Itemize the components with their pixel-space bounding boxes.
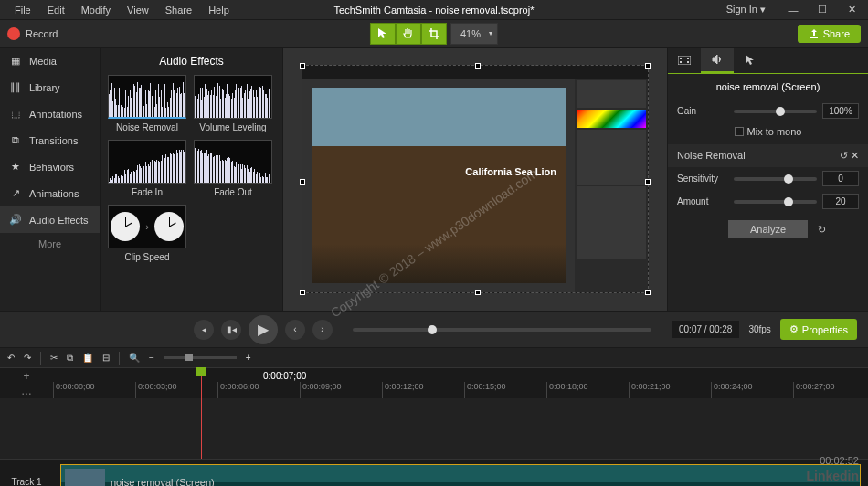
playhead[interactable] — [201, 367, 202, 459]
sidebar-item-label: Media — [29, 56, 57, 67]
remove-track-button[interactable]: … — [21, 385, 32, 397]
properties-button[interactable]: ⚙Properties — [780, 319, 857, 340]
undo-button[interactable]: ↶ — [7, 353, 15, 363]
sidebar-item-label: Audio Effects — [29, 215, 89, 226]
sidebar-item-media[interactable]: ▦Media — [0, 48, 100, 74]
props-tab-visual[interactable] — [668, 48, 701, 73]
clock-icon — [111, 212, 140, 241]
split-button[interactable]: ⊟ — [102, 353, 110, 363]
sidebar-item-label: Transitions — [29, 135, 78, 146]
annotations-icon: ⬚ — [9, 108, 22, 120]
clip-label: noise removal (Screen) — [111, 477, 215, 487]
effects-title: Audio Effects — [108, 55, 275, 68]
animations-icon: ↗ — [9, 187, 22, 199]
effects-panel: Audio Effects Noise Removal Volume Level… — [101, 48, 283, 311]
minimize-button[interactable]: — — [784, 5, 802, 16]
sidebar-item-annotations[interactable]: ⬚Annotations — [0, 100, 100, 127]
zoom-in-button[interactable]: + — [246, 353, 251, 363]
cut-button[interactable]: ✂ — [50, 353, 58, 363]
zoom-slider[interactable] — [164, 356, 237, 359]
zoom-select[interactable]: 41% — [450, 23, 498, 45]
effect-clip-speed[interactable]: › Clip Speed — [108, 205, 186, 262]
next-clip-button[interactable]: › — [312, 320, 333, 340]
paste-button[interactable]: 📋 — [82, 353, 93, 363]
play-button[interactable]: ▶ — [249, 315, 278, 344]
effect-fade-in[interactable]: Fade In — [108, 140, 186, 197]
gain-label: Gain — [677, 106, 728, 116]
speaker-icon — [712, 54, 723, 65]
canvas[interactable]: California Sea Lion Copyright © 2018 – w… — [283, 48, 667, 311]
sidebar-item-label: Annotations — [29, 109, 82, 120]
effect-label: Clip Speed — [108, 252, 186, 262]
analyze-button[interactable]: Analyze ↻ — [728, 220, 808, 238]
menu-share[interactable]: Share — [158, 3, 199, 17]
mix-mono-label: Mix to mono — [747, 126, 802, 137]
pan-tool[interactable] — [396, 23, 421, 45]
menu-file[interactable]: File — [7, 3, 38, 17]
effect-fade-out[interactable]: Fade Out — [194, 140, 272, 197]
sidebar-more[interactable]: More — [0, 233, 100, 255]
behaviors-icon: ★ — [9, 161, 22, 173]
pointer-tool[interactable] — [370, 23, 396, 45]
track-label[interactable]: Track 1 — [0, 477, 53, 486]
menu-view[interactable]: View — [120, 3, 156, 17]
canvas-media[interactable]: California Sea Lion — [302, 65, 649, 293]
refresh-icon[interactable]: ↻ — [818, 224, 826, 236]
sidebar-item-animations[interactable]: ↗Animations — [0, 180, 100, 206]
amount-value[interactable]: 20 — [822, 194, 859, 209]
menu-modify[interactable]: Modify — [74, 3, 118, 17]
props-tab-audio[interactable] — [701, 48, 734, 73]
menu-help[interactable]: Help — [201, 3, 237, 17]
zoom-fit-button[interactable]: 🔍 — [129, 353, 140, 363]
sidebar-item-label: Behaviors — [29, 162, 74, 173]
effect-noise-removal[interactable]: Noise Removal — [108, 75, 186, 132]
copy-button[interactable]: ⧉ — [67, 353, 73, 364]
upload-icon — [809, 28, 820, 39]
svg-rect-0 — [678, 56, 691, 65]
redo-button[interactable]: ↷ — [24, 353, 31, 363]
effect-volume-leveling[interactable]: Volume Leveling — [194, 75, 272, 132]
scrubber[interactable] — [353, 328, 651, 332]
props-tab-cursor[interactable] — [734, 48, 767, 73]
clock-icon — [154, 212, 184, 241]
share-button[interactable]: Share — [798, 25, 861, 43]
amount-label: Amount — [677, 196, 728, 206]
timeline-body — [0, 398, 868, 459]
sidebar-item-audio-effects[interactable]: 🔊Audio Effects — [0, 206, 100, 233]
gain-slider[interactable] — [734, 110, 817, 113]
sidebar-item-behaviors[interactable]: ★Behaviors — [0, 153, 100, 180]
sidebar-item-transitions[interactable]: ⧉Transitions — [0, 127, 100, 153]
add-track-button[interactable]: + — [23, 370, 29, 383]
timeline-header: + … 0:00:07;00 0:00:00;000:00:03;000:00:… — [0, 367, 868, 398]
amount-slider[interactable] — [734, 200, 817, 204]
brand-watermark: Linkedin — [806, 469, 859, 483]
elapsed-time: 00:02:52 — [820, 455, 859, 466]
track-row: Track 1 noise removal (Screen) — [0, 459, 868, 486]
record-icon — [7, 27, 20, 40]
section-title: Noise Removal — [677, 150, 746, 162]
gain-value[interactable]: 100% — [822, 103, 859, 119]
sensitivity-value[interactable]: 0 — [822, 171, 859, 186]
mix-mono-checkbox[interactable] — [735, 127, 744, 136]
close-button[interactable]: ✕ — [842, 4, 861, 16]
menu-edit[interactable]: Edit — [40, 3, 72, 17]
cursor-icon — [746, 55, 755, 66]
step-back-button[interactable]: ▮◂ — [221, 320, 241, 340]
zoom-value: 41% — [460, 28, 481, 39]
zoom-out-button[interactable]: − — [149, 353, 154, 363]
timeline-ruler[interactable]: 0:00:07;00 0:00:00;000:00:03;000:00:06;0… — [53, 368, 868, 398]
remove-icon[interactable]: ✕ — [851, 150, 859, 161]
clip-thumbnail — [65, 469, 105, 487]
crop-tool[interactable] — [421, 23, 447, 45]
fps-display: 30fps — [748, 324, 770, 334]
sensitivity-slider[interactable] — [734, 177, 817, 181]
playback-bar: ◂ ▮◂ ▶ ‹ › 00:07 / 00:28 30fps ⚙Properti… — [0, 311, 868, 347]
step-forward-button[interactable]: ‹ — [285, 320, 305, 340]
record-button[interactable]: Record — [7, 27, 58, 40]
signin-dropdown[interactable]: Sign In ▾ — [726, 4, 766, 16]
sidebar-item-library[interactable]: ∥∥Library — [0, 74, 100, 100]
prev-clip-button[interactable]: ◂ — [194, 320, 214, 340]
maximize-button[interactable]: ☐ — [813, 4, 831, 16]
reset-icon[interactable]: ↺ — [840, 150, 848, 161]
timeline-clip[interactable]: noise removal (Screen) — [60, 464, 861, 487]
